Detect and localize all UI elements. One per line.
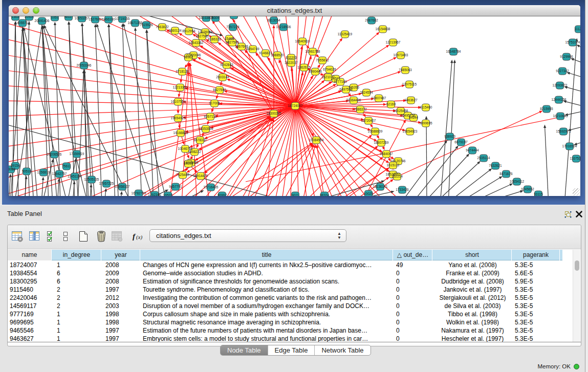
svg-text:8215955: 8215955 bbox=[540, 107, 553, 111]
svg-text:18300295: 18300295 bbox=[267, 112, 281, 115]
svg-text:3824554: 3824554 bbox=[360, 91, 373, 94]
svg-text:20691406: 20691406 bbox=[35, 19, 50, 23]
svg-text:10688609: 10688609 bbox=[368, 129, 383, 133]
svg-text:9245652: 9245652 bbox=[521, 187, 534, 191]
svg-text:10961758: 10961758 bbox=[306, 50, 320, 53]
svg-text:9146821: 9146821 bbox=[259, 51, 272, 55]
svg-text:7955812: 7955812 bbox=[316, 58, 329, 62]
svg-text:746266: 746266 bbox=[348, 85, 359, 89]
svg-text:(x): (x) bbox=[136, 234, 143, 240]
svg-text:11451194: 11451194 bbox=[68, 174, 82, 178]
svg-text:f: f bbox=[133, 232, 136, 240]
svg-text:2087682: 2087682 bbox=[365, 18, 378, 22]
svg-text:10654112: 10654112 bbox=[510, 180, 525, 183]
svg-text:14055717: 14055717 bbox=[15, 21, 30, 25]
svg-text:1292346: 1292346 bbox=[148, 193, 161, 196]
svg-text:10958107: 10958107 bbox=[115, 185, 130, 188]
svg-text:7485063: 7485063 bbox=[399, 68, 412, 72]
svg-text:12353594: 12353594 bbox=[199, 127, 213, 130]
svg-text:19384554: 19384554 bbox=[309, 138, 324, 142]
svg-text:10025458: 10025458 bbox=[394, 109, 408, 113]
svg-text:1588520: 1588520 bbox=[271, 53, 284, 57]
svg-text:16533: 16533 bbox=[163, 193, 172, 196]
svg-text:1362615: 1362615 bbox=[297, 65, 311, 69]
svg-text:80997: 80997 bbox=[217, 193, 227, 196]
svg-text:10025: 10025 bbox=[364, 192, 373, 195]
svg-text:7632621: 7632621 bbox=[489, 164, 502, 167]
svg-text:11123: 11123 bbox=[574, 27, 580, 31]
svg-text:12975115: 12975115 bbox=[402, 82, 417, 86]
svg-text:50518: 50518 bbox=[22, 169, 31, 173]
svg-text:15692971: 15692971 bbox=[556, 129, 571, 133]
svg-text:917006: 917006 bbox=[209, 101, 220, 105]
svg-text:7625402: 7625402 bbox=[176, 173, 189, 177]
svg-text:16154838: 16154838 bbox=[376, 27, 390, 31]
svg-text:8427552: 8427552 bbox=[213, 88, 226, 92]
svg-text:12213369: 12213369 bbox=[173, 85, 188, 89]
svg-text:88324: 88324 bbox=[320, 193, 329, 196]
svg-text:19218506: 19218506 bbox=[276, 25, 291, 29]
svg-text:20053346: 20053346 bbox=[77, 63, 92, 67]
svg-text:39154: 39154 bbox=[11, 164, 20, 167]
svg-text:96117: 96117 bbox=[64, 16, 73, 18]
svg-text:8454749: 8454749 bbox=[246, 47, 259, 51]
svg-text:12213967: 12213967 bbox=[386, 40, 401, 44]
svg-text:7386372: 7386372 bbox=[354, 107, 367, 111]
svg-text:10653267: 10653267 bbox=[75, 16, 90, 20]
svg-text:15751074: 15751074 bbox=[565, 40, 580, 44]
svg-text:8186328: 8186328 bbox=[208, 37, 221, 41]
svg-text:33088: 33088 bbox=[9, 167, 15, 171]
svg-text:9660124: 9660124 bbox=[168, 29, 182, 32]
svg-text:7357224: 7357224 bbox=[226, 25, 239, 29]
svg-text:9457791: 9457791 bbox=[169, 185, 182, 188]
svg-text:15716485: 15716485 bbox=[204, 185, 219, 189]
svg-text:9827506: 9827506 bbox=[226, 40, 239, 44]
svg-text:8813054: 8813054 bbox=[267, 18, 280, 22]
svg-text:8471676: 8471676 bbox=[499, 172, 513, 176]
svg-text:7663822: 7663822 bbox=[156, 25, 169, 29]
svg-text:16210643: 16210643 bbox=[553, 114, 568, 118]
svg-text:1733426: 1733426 bbox=[396, 188, 409, 191]
svg-text:252214: 252214 bbox=[391, 174, 403, 178]
svg-text:8990448: 8990448 bbox=[309, 70, 322, 73]
svg-text:8267110: 8267110 bbox=[204, 115, 217, 118]
svg-text:98962: 98962 bbox=[184, 55, 193, 59]
svg-text:11325419: 11325419 bbox=[338, 32, 353, 36]
svg-text:8678332: 8678332 bbox=[193, 138, 207, 142]
svg-text:15720407: 15720407 bbox=[361, 119, 376, 122]
svg-text:2053: 2053 bbox=[230, 16, 238, 17]
svg-text:12505135: 12505135 bbox=[84, 178, 99, 181]
svg-text:9474444: 9474444 bbox=[466, 148, 479, 152]
svg-text:10807487: 10807487 bbox=[372, 96, 386, 100]
svg-text:8912954: 8912954 bbox=[182, 29, 195, 33]
svg-text:16543362: 16543362 bbox=[189, 41, 204, 45]
svg-text:17016504: 17016504 bbox=[562, 144, 577, 148]
svg-text:7515526: 7515526 bbox=[140, 23, 153, 27]
svg-text:9463627: 9463627 bbox=[404, 98, 418, 102]
svg-text:16914479: 16914479 bbox=[193, 174, 208, 178]
svg-text:12093872: 12093872 bbox=[553, 83, 568, 87]
svg-text:20364436: 20364436 bbox=[346, 98, 361, 102]
svg-text:12942757: 12942757 bbox=[52, 172, 67, 176]
svg-text:6794028: 6794028 bbox=[323, 68, 336, 71]
svg-text:6466160: 6466160 bbox=[102, 17, 115, 21]
svg-text:3498222: 3498222 bbox=[188, 150, 201, 154]
svg-text:16782759: 16782759 bbox=[132, 191, 146, 195]
svg-text:6679197: 6679197 bbox=[454, 140, 468, 144]
svg-text:9115460: 9115460 bbox=[420, 105, 432, 109]
svg-text:1156819: 1156819 bbox=[37, 170, 50, 174]
svg-text:1527602: 1527602 bbox=[89, 17, 102, 21]
svg-text:16107554: 16107554 bbox=[171, 100, 186, 103]
svg-text:19654923: 19654923 bbox=[403, 129, 418, 133]
svg-text:19654925: 19654925 bbox=[171, 116, 186, 120]
svg-text:16648784: 16648784 bbox=[446, 50, 461, 53]
svg-text:9242843: 9242843 bbox=[220, 63, 233, 67]
svg-text:10719155: 10719155 bbox=[115, 17, 130, 20]
svg-text:9899695: 9899695 bbox=[419, 121, 432, 125]
svg-text:18807269: 18807269 bbox=[374, 141, 389, 144]
svg-text:5309: 5309 bbox=[212, 16, 220, 19]
svg-text:62160: 62160 bbox=[386, 102, 396, 106]
svg-text:10973493: 10973493 bbox=[394, 53, 408, 57]
svg-text:1167531: 1167531 bbox=[570, 157, 580, 160]
svg-text:2603144: 2603144 bbox=[216, 75, 229, 79]
